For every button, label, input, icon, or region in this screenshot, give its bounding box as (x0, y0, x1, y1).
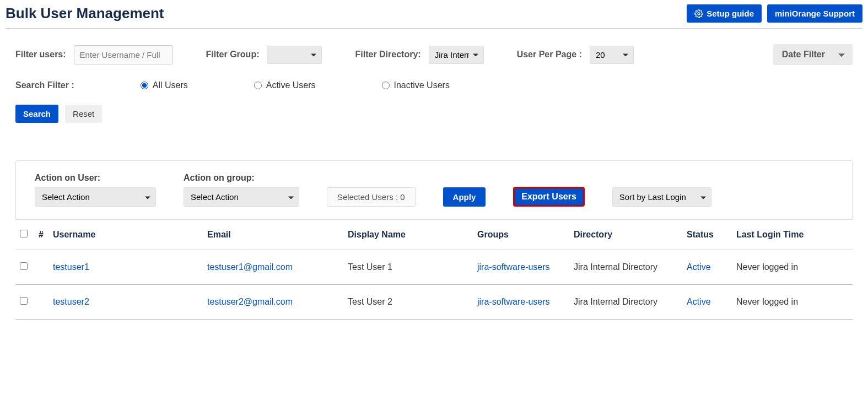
row-checkbox[interactable] (20, 297, 28, 305)
filter-directory-select[interactable]: Jira Internal (429, 46, 484, 64)
col-num: # (34, 220, 48, 250)
select-all-checkbox[interactable] (20, 230, 28, 237)
status-link[interactable]: Active (687, 297, 711, 306)
filter-per-page-select[interactable]: 20 (590, 46, 634, 64)
filter-users: Filter users: (15, 45, 173, 64)
username-link[interactable]: testuser1 (53, 262, 89, 272)
col-display: Display Name (343, 220, 473, 250)
last-login-cell: Never logged in (732, 250, 853, 285)
page-title: Bulk User Management (6, 5, 164, 22)
page-header: Bulk User Management Setup guide miniOra… (6, 4, 862, 29)
export-users-button[interactable]: Export Users (513, 187, 585, 207)
last-login-cell: Never logged in (732, 285, 853, 320)
filter-group-select[interactable] (267, 46, 322, 64)
table-row: testuser1 testuser1@gmail.com Test User … (15, 250, 853, 285)
action-on-user-select[interactable]: Select Action (35, 187, 156, 207)
date-filter: Date Filter (773, 44, 853, 65)
col-status: Status (682, 220, 732, 250)
filter-directory-label: Filter Directory: (355, 50, 420, 60)
filter-users-label: Filter users: (15, 50, 66, 60)
row-checkbox[interactable] (20, 262, 28, 270)
gear-icon (694, 9, 703, 18)
email-link[interactable]: testuser1@gmail.com (207, 262, 293, 272)
apply-button[interactable]: Apply (443, 187, 486, 207)
directory-cell: Jira Internal Directory (569, 250, 682, 285)
display-name: Test User 2 (343, 285, 473, 320)
radio-active-users-input[interactable] (254, 82, 262, 89)
radio-inactive-users-input[interactable] (382, 82, 390, 89)
actions-panel: Action on User: Select Action Action on … (15, 160, 853, 219)
col-groups: Groups (473, 220, 569, 250)
table-row: testuser2 testuser2@gmail.com Test User … (15, 285, 853, 320)
radio-active-users[interactable]: Active Users (254, 80, 316, 90)
users-table: # Username Email Display Name Groups Dir… (15, 219, 853, 320)
search-button[interactable]: Search (15, 105, 58, 123)
date-filter-button[interactable]: Date Filter (773, 44, 853, 65)
col-directory: Directory (569, 220, 682, 250)
setup-guide-label: Setup guide (707, 9, 754, 18)
filter-group: Filter Group: (206, 46, 322, 64)
filter-users-input[interactable] (74, 45, 173, 64)
search-filter-row: Search Filter : All Users Active Users I… (6, 71, 862, 100)
status-link[interactable]: Active (687, 262, 711, 272)
col-username: Username (48, 220, 203, 250)
col-last-login: Last Login Time (732, 220, 853, 250)
display-name: Test User 1 (343, 250, 473, 285)
radio-all-users-label: All Users (153, 80, 188, 90)
group-link[interactable]: jira-software-users (477, 297, 550, 306)
radio-all-users[interactable]: All Users (141, 80, 188, 90)
group-link[interactable]: jira-software-users (477, 262, 550, 272)
filter-per-page-label: User Per Page : (517, 50, 582, 60)
action-on-group-select[interactable]: Select Action (184, 187, 299, 207)
col-email: Email (203, 220, 343, 250)
filter-group-label: Filter Group: (206, 50, 260, 60)
action-on-group-label: Action on group: (184, 173, 299, 183)
support-label: miniOrange Support (775, 9, 855, 18)
action-on-group: Action on group: Select Action (184, 173, 299, 207)
username-link[interactable]: testuser2 (53, 297, 89, 306)
support-button[interactable]: miniOrange Support (767, 4, 862, 23)
selected-users-badge: Selected Users : 0 (327, 187, 416, 207)
radio-all-users-input[interactable] (141, 82, 148, 89)
action-on-user: Action on User: Select Action (35, 173, 156, 207)
action-on-user-label: Action on User: (35, 173, 156, 183)
radio-inactive-users[interactable]: Inactive Users (382, 80, 450, 90)
search-filter-label: Search Filter : (15, 80, 74, 90)
setup-guide-button[interactable]: Setup guide (687, 4, 762, 23)
search-actions-row: Search Reset (6, 100, 862, 133)
directory-cell: Jira Internal Directory (569, 285, 682, 320)
radio-active-users-label: Active Users (266, 80, 316, 90)
filter-per-page: User Per Page : 20 (517, 46, 634, 64)
filters-row: Filter users: Filter Group: Filter Direc… (6, 29, 862, 71)
reset-button[interactable]: Reset (65, 105, 102, 123)
email-link[interactable]: testuser2@gmail.com (207, 297, 293, 306)
header-buttons: Setup guide miniOrange Support (687, 4, 862, 23)
sort-select[interactable]: Sort by Last Login (612, 187, 711, 207)
table-header-row: # Username Email Display Name Groups Dir… (15, 220, 853, 250)
radio-inactive-users-label: Inactive Users (394, 80, 450, 90)
svg-point-0 (698, 13, 700, 15)
filter-directory: Filter Directory: Jira Internal (355, 46, 483, 64)
